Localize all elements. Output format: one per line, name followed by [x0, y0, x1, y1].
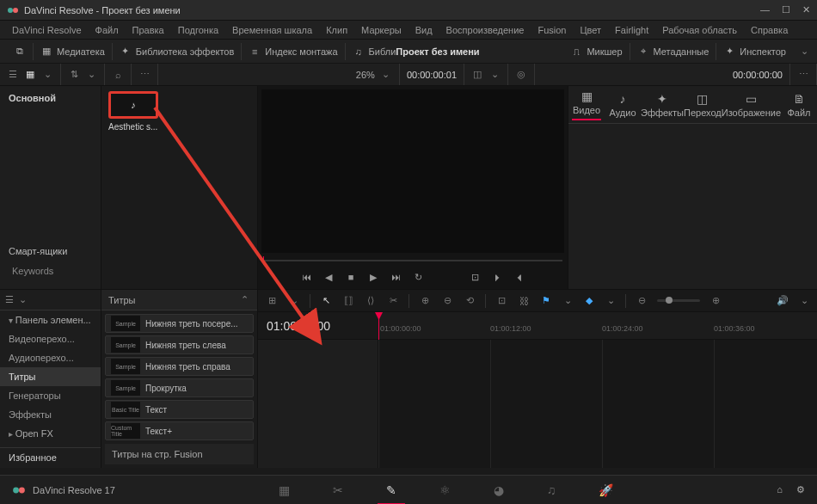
keywords-bin[interactable]: Keywords — [0, 261, 101, 280]
next-frame-button[interactable]: ⏭ — [389, 272, 402, 282]
edit-page-button[interactable]: ✎ — [386, 483, 396, 497]
collapse-icon[interactable]: ⌃ — [238, 294, 250, 306]
chevron-down-icon[interactable]: ⌄ — [287, 295, 301, 306]
category-item[interactable]: Эффекты — [0, 405, 101, 424]
chevron-down-icon[interactable]: ⌄ — [19, 294, 27, 306]
viewer-canvas[interactable] — [261, 89, 564, 253]
menu-item[interactable]: Правка — [127, 23, 169, 37]
play-button[interactable]: ▶ — [366, 272, 380, 283]
match-frame-button[interactable]: ⊡ — [468, 272, 482, 283]
blade-tool-icon[interactable]: ✂ — [386, 295, 400, 306]
marker-icon[interactable]: ◆ — [582, 295, 596, 306]
in-point-button[interactable]: ⏵ — [490, 272, 504, 282]
dynamic-trim-icon[interactable]: ⟨⟩ — [364, 295, 378, 306]
viewer-scrubber[interactable] — [263, 260, 562, 261]
stop-button[interactable]: ■ — [344, 272, 358, 282]
openfx-header[interactable]: ▸ Open FX — [0, 424, 101, 443]
zoom-slider[interactable] — [657, 299, 700, 302]
chevron-down-icon[interactable]: ⌄ — [488, 69, 501, 81]
close-button[interactable]: ✕ — [802, 4, 810, 15]
flag-icon[interactable]: ⚑ — [539, 295, 553, 306]
selection-tool-icon[interactable]: ↖ — [319, 295, 333, 306]
menu-item[interactable]: Клип — [321, 23, 353, 37]
menu-item[interactable]: Fusion — [532, 23, 571, 37]
title-preset[interactable]: SampleНижняя треть посере... — [105, 314, 254, 333]
menu-item[interactable]: Временная шкала — [227, 23, 317, 37]
settings-button[interactable]: ⚙ — [796, 484, 805, 495]
viewer-mode-icon[interactable]: ◫ — [471, 69, 483, 81]
chevron-down-icon[interactable]: ⌄ — [380, 69, 392, 81]
title-preset[interactable]: SampleПрокрутка — [105, 378, 254, 397]
inspector-tab-transition[interactable]: ◫Переход — [684, 86, 722, 123]
loop-button[interactable]: ↻ — [411, 272, 425, 283]
zoom-out-icon[interactable]: ⊖ — [635, 295, 648, 306]
menu-item[interactable]: Вид — [410, 23, 438, 37]
edit-index-button[interactable]: ≡Индекс монтажа — [242, 43, 345, 60]
overwrite-icon[interactable]: ⊖ — [440, 295, 454, 306]
more-icon[interactable]: ⋯ — [797, 69, 809, 81]
more-icon[interactable]: ⋯ — [138, 69, 150, 81]
out-point-button[interactable]: ⏴ — [513, 272, 526, 282]
inspector-tab-video[interactable]: ▦Видео — [568, 86, 605, 123]
minimize-button[interactable]: — — [760, 4, 770, 15]
home-button[interactable]: ⌂ — [777, 484, 783, 495]
snap-icon[interactable]: ⊡ — [494, 295, 508, 306]
trim-tool-icon[interactable]: ⟦⟧ — [341, 295, 355, 306]
category-item[interactable]: Генераторы — [0, 386, 101, 405]
title-preset[interactable]: Custom TitleТекст+ — [105, 421, 254, 440]
menu-item[interactable]: Fairlight — [610, 23, 654, 37]
master-bin[interactable]: Основной — [0, 86, 101, 110]
insert-icon[interactable]: ⊕ — [418, 295, 432, 306]
chevron-down-icon[interactable]: ⌄ — [85, 69, 97, 81]
chevron-down-icon[interactable]: ⌄ — [605, 295, 617, 307]
media-page-button[interactable]: ▦ — [279, 483, 290, 497]
prev-frame-button[interactable]: ◀ — [322, 272, 335, 283]
menu-item[interactable]: Маркеры — [356, 23, 407, 37]
zoom-value[interactable]: 26% — [356, 70, 375, 80]
fusion-titles-header[interactable]: Титры на стр. Fusion — [112, 449, 203, 459]
replace-icon[interactable]: ⟲ — [463, 295, 476, 306]
inspector-button[interactable]: ✦Инспектор — [716, 43, 793, 60]
category-item-titles[interactable]: Титры — [0, 367, 101, 386]
chevron-down-icon[interactable]: ⌄ — [562, 295, 574, 307]
media-pool[interactable]: ♪ Aesthetic s... — [101, 86, 258, 289]
metadata-button[interactable]: ⌖Метаданные — [630, 43, 717, 60]
first-frame-button[interactable]: ⏮ — [299, 272, 313, 282]
expand-button[interactable]: ⌄ — [798, 46, 810, 58]
favorites-item[interactable]: Избранное — [0, 448, 101, 467]
sound-library-button[interactable]: ♫Библи — [346, 43, 403, 60]
volume-icon[interactable]: 🔊 — [776, 295, 789, 306]
track-headers[interactable] — [258, 340, 378, 468]
link-icon[interactable]: ⛓ — [517, 296, 531, 306]
chevron-down-icon[interactable]: ⌄ — [41, 69, 53, 81]
category-item[interactable]: Аудиоперехо... — [0, 348, 101, 367]
inspector-tab-file[interactable]: 🗎Файл — [781, 86, 817, 123]
playhead[interactable] — [378, 312, 379, 340]
title-preset[interactable]: Basic TitleТекст — [105, 400, 254, 419]
timeline-tracks[interactable] — [378, 340, 817, 468]
bypass-icon[interactable]: ◎ — [515, 69, 527, 81]
search-icon[interactable]: ⌕ — [112, 69, 124, 81]
menu-item[interactable]: Справка — [746, 23, 793, 37]
media-pool-button[interactable]: ▦Медиатека — [34, 43, 113, 60]
layout-button[interactable]: ⧉ — [7, 43, 34, 60]
inspector-tab-audio[interactable]: ♪Аудио — [605, 86, 641, 123]
smart-bins-header[interactable]: Смарт-ящики — [0, 241, 101, 261]
menu-item[interactable]: DaVinci Resolve — [7, 23, 87, 37]
title-preset[interactable]: SampleНижняя треть справа — [105, 357, 254, 376]
toolbox-header[interactable]: ▾ Панель элемен... — [0, 310, 101, 329]
list-icon[interactable]: ☰ — [5, 294, 14, 306]
category-item[interactable]: Видеоперехо... — [0, 329, 101, 348]
list-view-icon[interactable]: ☰ — [7, 69, 19, 81]
zoom-in-icon[interactable]: ⊕ — [709, 295, 722, 306]
sort-icon[interactable]: ⇅ — [68, 69, 80, 81]
menu-item[interactable]: Цвет — [574, 23, 606, 37]
cut-page-button[interactable]: ✂ — [333, 483, 343, 497]
timeline-options-icon[interactable]: ⊞ — [265, 295, 279, 306]
timeline-ruler[interactable]: 01:00:00:00 01:00:12:00 01:00:24:00 01:0… — [378, 312, 817, 339]
fusion-page-button[interactable]: ⚛ — [439, 483, 451, 497]
mixer-button[interactable]: ⎍Микшер — [563, 43, 630, 60]
title-preset[interactable]: SampleНижняя треть слева — [105, 335, 254, 354]
maximize-button[interactable]: ☐ — [782, 4, 790, 15]
inspector-tab-effects[interactable]: ✦Эффекты — [641, 86, 684, 123]
